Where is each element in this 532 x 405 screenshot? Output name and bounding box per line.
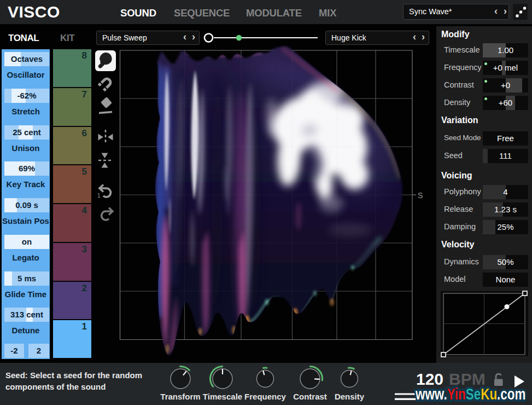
svg-text:Se: Se — [466, 385, 481, 403]
svg-text:Ku: Ku — [481, 385, 497, 403]
svg-text:www.: www. — [415, 385, 447, 403]
svg-text:.com: .com — [497, 385, 525, 403]
svg-text:S: S — [418, 191, 423, 200]
svg-text:1: 1 — [97, 193, 101, 199]
svg-text:Yin: Yin — [447, 385, 466, 403]
